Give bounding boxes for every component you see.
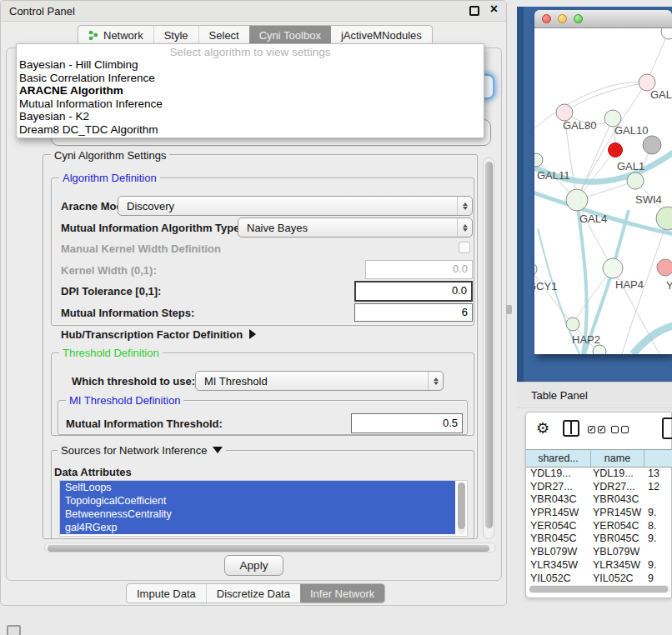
- sources-legend[interactable]: Sources for Network Inference: [58, 444, 226, 457]
- which-threshold-combo[interactable]: MI Threshold: [195, 371, 444, 391]
- tab-network[interactable]: Network: [78, 26, 153, 45]
- kernel-width-field[interactable]: 0.0: [365, 260, 473, 279]
- table-row[interactable]: YBL079WYBL079W: [526, 546, 672, 559]
- window-close-icon[interactable]: [542, 14, 551, 23]
- table-row[interactable]: YDR27...YDR27...12: [526, 481, 672, 494]
- algorithm-option[interactable]: Dream8 DC_TDC Algorithm: [17, 123, 484, 137]
- tab-jactivemnodules[interactable]: jActiveMNodules: [331, 26, 432, 45]
- attribute-list-scrollbar[interactable]: [458, 482, 465, 534]
- node-gal4[interactable]: [566, 189, 588, 211]
- tab-select[interactable]: Select: [198, 26, 249, 45]
- attribute-item[interactable]: gal4RGexp: [60, 521, 455, 534]
- table-row[interactable]: YIL052CYIL052C9: [526, 572, 672, 586]
- table-panel-card: ⚙ ✓✓ shared... name YDL19...YDL19...13 Y…: [525, 412, 672, 598]
- node-label: HAP2: [572, 333, 600, 346]
- algorithm-option-selected[interactable]: ARACNE Algorithm: [17, 84, 484, 98]
- tab-impute-data[interactable]: Impute Data: [127, 584, 206, 602]
- hub-definition-expander[interactable]: Hub/Transcription Factor Definition: [61, 328, 256, 341]
- network-desktop: GAL GAL80 GAL10 GAL1 GAL11 SWI4 GAL4 GCY…: [517, 7, 672, 382]
- aracne-mode-combo[interactable]: Discovery: [118, 196, 473, 216]
- node-label: HAP4: [615, 278, 644, 291]
- node-gal80[interactable]: [556, 104, 573, 121]
- algorithm-dropdown-popup: Select algorithm to view settings Bayesi…: [16, 43, 484, 138]
- network-canvas[interactable]: GAL GAL80 GAL10 GAL1 GAL11 SWI4 GAL4 GCY…: [534, 28, 672, 354]
- tab-style[interactable]: Style: [153, 26, 198, 45]
- select-all-checkboxes-icon[interactable]: ✓✓: [588, 426, 605, 433]
- table-row[interactable]: YBR043CYBR043C: [526, 493, 672, 507]
- window-minimize-icon[interactable]: [558, 14, 567, 23]
- column-header-name[interactable]: name: [591, 450, 644, 467]
- algorithm-definition-legend: Algorithm Definition: [59, 172, 160, 184]
- table-body: YDL19...YDL19...13 YDR27...YDR27...12 YB…: [526, 468, 672, 585]
- which-threshold-label: Which threshold to use:: [72, 375, 195, 388]
- node-hap4[interactable]: [603, 258, 623, 278]
- network-icon: [88, 30, 99, 41]
- table-row[interactable]: YPR145WYPR145W9.: [526, 507, 672, 520]
- combo-arrows-icon: [457, 218, 472, 237]
- algorithm-option[interactable]: Basic Correlation Inference: [17, 72, 484, 85]
- node-label: GAL1: [617, 160, 644, 172]
- algorithm-option[interactable]: Bayesian - Hill Climbing: [17, 58, 484, 72]
- settings-vertical-scrollbar[interactable]: [483, 158, 494, 539]
- network-highlight-edges: [534, 152, 672, 354]
- manual-kernel-label: Manual Kernel Width Definition: [61, 242, 221, 255]
- gear-icon[interactable]: ⚙: [536, 419, 549, 438]
- close-icon[interactable]: ×: [490, 2, 498, 17]
- float-window-icon[interactable]: [469, 6, 479, 16]
- dpi-tolerance-label: DPI Tolerance [0,1]:: [61, 285, 161, 298]
- minimized-panel-icon[interactable]: [7, 625, 21, 635]
- dpi-tolerance-field[interactable]: 0.0: [354, 281, 473, 302]
- table-row[interactable]: YER054CYER054C8.: [526, 520, 672, 533]
- network-window: GAL GAL80 GAL10 GAL1 GAL11 SWI4 GAL4 GCY…: [534, 10, 672, 354]
- table-row[interactable]: YLR345WYLR345W9.: [526, 559, 672, 572]
- kernel-width-label: Kernel Width (0,1):: [61, 264, 157, 277]
- algorithm-option[interactable]: Mutual Information Inference: [17, 98, 484, 111]
- manual-kernel-checkbox[interactable]: [459, 242, 470, 253]
- window-zoom-icon[interactable]: [574, 14, 583, 23]
- new-table-icon[interactable]: [662, 418, 672, 439]
- node-gray[interactable]: [643, 136, 661, 154]
- tab-cyni-toolbox[interactable]: Cyni Toolbox: [249, 26, 331, 45]
- attribute-item[interactable]: BetweennessCentrality: [60, 508, 455, 521]
- tab-infer-network[interactable]: Infer Network: [300, 584, 384, 602]
- column-header-partial[interactable]: [644, 450, 672, 467]
- node-gal1[interactable]: [627, 172, 644, 189]
- table-row[interactable]: YBR045CYBR045C9.: [526, 532, 672, 546]
- settings-horizontal-scrollbar[interactable]: [44, 542, 496, 552]
- algorithm-option[interactable]: Bayesian - K2: [17, 110, 484, 123]
- node-gcy1[interactable]: [534, 262, 537, 276]
- apply-button[interactable]: Apply: [224, 555, 283, 576]
- columns-icon[interactable]: [563, 420, 579, 437]
- mi-threshold-legend: MI Threshold Definition: [66, 394, 183, 407]
- combo-arrows-icon: [457, 197, 472, 215]
- mi-threshold-field[interactable]: 0.5: [351, 413, 463, 433]
- attribute-item[interactable]: TopologicalCoefficient: [60, 494, 455, 508]
- mi-steps-label: Mutual Information Steps:: [61, 307, 194, 319]
- tab-discretize-data[interactable]: Discretize Data: [206, 584, 300, 602]
- mi-steps-field[interactable]: 6: [354, 303, 473, 322]
- table-horizontal-scrollbar[interactable]: [529, 585, 670, 593]
- data-attributes-list: SelfLoops TopologicalCoefficient Between…: [59, 480, 468, 537]
- node-label: SWI4: [635, 193, 662, 206]
- panel-splitter[interactable]: [506, 305, 512, 314]
- node-label: GAL4: [579, 212, 607, 225]
- network-window-titlebar[interactable]: [534, 10, 672, 28]
- node-partial-top[interactable]: [661, 28, 672, 39]
- node-hap2[interactable]: [566, 318, 579, 331]
- tab-network-label: Network: [103, 29, 143, 42]
- node-pink-right[interactable]: [657, 259, 672, 276]
- attribute-item[interactable]: SelfLoops: [60, 481, 455, 494]
- node-swi4[interactable]: [656, 207, 672, 230]
- node-label: GAL10: [614, 124, 648, 137]
- data-attributes-label: Data Attributes: [54, 466, 132, 478]
- node-bottom-partial[interactable]: [593, 345, 606, 354]
- algorithm-popup-prompt: Select algorithm to view settings: [17, 44, 484, 58]
- control-panel: Control Panel × Network Style Select: [0, 0, 507, 606]
- table-row[interactable]: YDL19...YDL19...13: [526, 468, 672, 481]
- mi-type-combo[interactable]: Naive Bayes: [238, 218, 473, 238]
- threshold-definition-legend: Threshold Definition: [59, 347, 163, 359]
- cyni-settings-legend: Cyni Algorithm Settings: [51, 149, 169, 162]
- deselect-all-checkboxes-icon[interactable]: [611, 426, 629, 433]
- column-header-shared-name[interactable]: shared...: [526, 450, 591, 467]
- node-selected-red[interactable]: [609, 143, 623, 158]
